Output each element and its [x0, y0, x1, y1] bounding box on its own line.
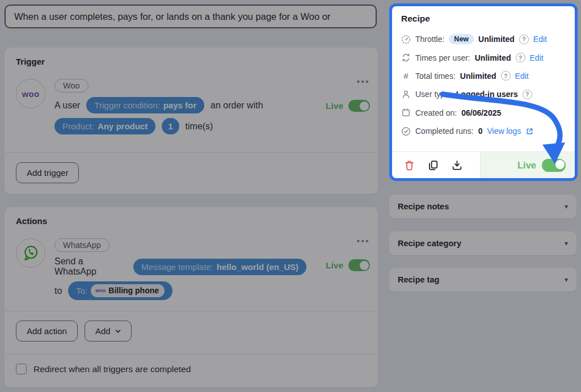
sentence-text: time(s)	[186, 121, 213, 132]
actions-panel: Actions WhatsApp Send a WhatsApp Message…	[5, 207, 378, 387]
created-on-row: Created on: 06/06/2025	[401, 104, 566, 122]
trigger-live-label: Live	[326, 101, 343, 111]
sentence-text: Send a WhatsApp	[54, 256, 127, 277]
action-live-label: Live	[326, 260, 343, 271]
action-sentence-line-1: Send a WhatsApp Message template: hello_…	[54, 256, 306, 277]
add-action-button[interactable]: Add action	[16, 321, 78, 342]
recipe-settings-box: Recipe Throttle: New Unlimited ? Edit Ti…	[389, 3, 578, 181]
delete-recipe-icon[interactable]	[403, 159, 415, 171]
throttle-edit-link[interactable]: Edit	[533, 35, 547, 44]
help-icon[interactable]: ?	[519, 35, 529, 44]
external-link-icon[interactable]	[525, 127, 534, 136]
duplicate-recipe-icon[interactable]	[427, 159, 439, 171]
sentence-text: to	[54, 286, 62, 296]
recipe-live-zone: Live	[480, 152, 575, 178]
recipe-live-toggle[interactable]	[542, 159, 566, 172]
help-icon[interactable]: ?	[516, 53, 525, 62]
billing-phone-token: woo Billing phone	[91, 284, 165, 297]
export-recipe-icon[interactable]	[451, 159, 463, 171]
check-circle-icon	[401, 127, 411, 136]
recipe-live-label: Live	[517, 160, 536, 171]
sync-icon	[401, 53, 411, 62]
view-logs-link[interactable]: View logs	[487, 127, 521, 136]
message-template-pill[interactable]: Message template: hello_world (en_US)	[133, 259, 306, 275]
actions-heading: Actions	[16, 216, 370, 226]
sentence-text: an order with	[210, 100, 263, 111]
completed-runs-row: Completed runs: 0 View logs	[401, 122, 566, 140]
divider	[5, 311, 378, 311]
times-per-user-row: Times per user: Unlimited ? Edit	[401, 48, 566, 66]
action-menu-icon[interactable]	[357, 238, 370, 244]
trigger-sentence-line-1: A user Trigger condition: pays for an or…	[54, 97, 306, 113]
action-item: WhatsApp Send a WhatsApp Message templat…	[16, 238, 370, 300]
times-per-user-edit-link[interactable]: Edit	[530, 53, 544, 62]
to-pill[interactable]: To: woo Billing phone	[68, 281, 172, 300]
divider	[5, 354, 378, 355]
total-times-edit-link[interactable]: Edit	[515, 71, 529, 81]
trigger-panel: Trigger woo Woo A user Trigger condition…	[5, 48, 378, 194]
add-dropdown-button[interactable]: Add	[85, 321, 132, 342]
trigger-menu-icon[interactable]	[357, 79, 370, 85]
trigger-heading: Trigger	[16, 57, 370, 66]
trigger-condition-pill[interactable]: Trigger condition: pays for	[86, 97, 204, 113]
throttle-row: Throttle: New Unlimited ? Edit	[401, 30, 566, 48]
woo-mini-logo: woo	[95, 285, 106, 296]
caret-down-icon	[565, 239, 568, 247]
help-icon[interactable]: ?	[501, 71, 511, 81]
new-badge: New	[449, 34, 474, 44]
help-icon[interactable]: ?	[523, 90, 532, 99]
caret-down-icon	[565, 276, 568, 284]
trigger-sentence-line-2: Product: Any product 1 time(s)	[54, 118, 306, 134]
product-pill[interactable]: Product: Any product	[54, 118, 155, 134]
sentence-text: A user	[54, 100, 80, 111]
recipe-footer: Live	[392, 151, 575, 178]
integration-chip: WhatsApp	[54, 238, 110, 252]
action-sentence-line-2: to To: woo Billing phone	[54, 281, 306, 300]
recipe-notes-accordion[interactable]: Recipe notes	[389, 195, 576, 218]
user-icon	[401, 90, 411, 99]
divider	[5, 152, 378, 153]
total-times-row: # Total times: Unlimited ? Edit	[401, 67, 566, 85]
recipe-tag-accordion[interactable]: Recipe tag	[389, 268, 576, 292]
trigger-live-toggle[interactable]	[348, 100, 370, 112]
recipe-title-input[interactable]	[5, 5, 377, 28]
trigger-item: woo Woo A user Trigger condition: pays f…	[16, 79, 370, 134]
recipe-heading: Recipe	[401, 14, 566, 24]
gauge-icon	[401, 35, 411, 44]
times-pill[interactable]: 1	[162, 118, 179, 134]
whatsapp-integration-icon	[16, 238, 45, 268]
redirect-checkbox[interactable]	[16, 364, 27, 374]
integration-chip: Woo	[54, 79, 89, 92]
calendar-icon	[401, 108, 411, 117]
redirect-checkbox-label: Redirect when all triggers are completed	[33, 364, 191, 374]
hash-icon: #	[401, 71, 411, 81]
caret-down-icon	[565, 203, 568, 210]
recipe-category-accordion[interactable]: Recipe category	[389, 231, 576, 255]
user-type-row: User type: Logged-in users ?	[401, 85, 566, 103]
add-trigger-button[interactable]: Add trigger	[16, 162, 79, 183]
action-live-toggle[interactable]	[348, 259, 370, 271]
chevron-down-icon	[115, 328, 121, 334]
woo-integration-icon: woo	[16, 79, 45, 108]
